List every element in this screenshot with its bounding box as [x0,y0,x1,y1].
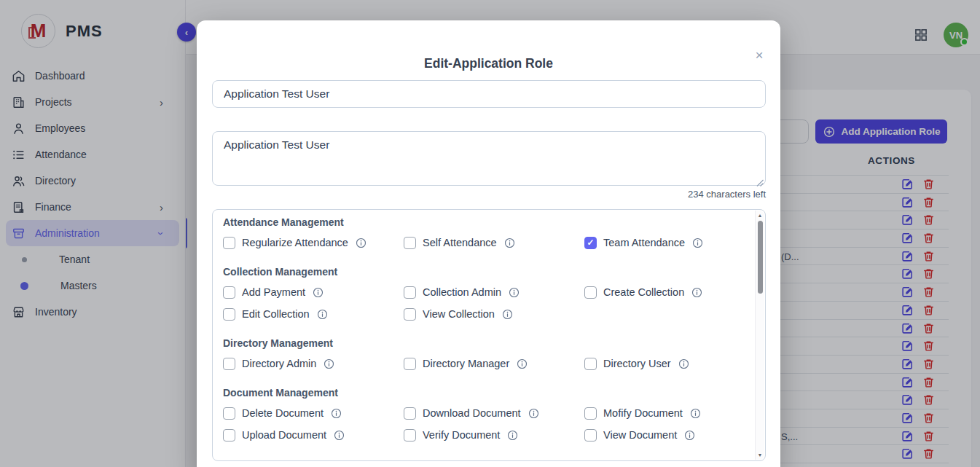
permission-section-heading: Collection Management [223,266,740,278]
permission-label: View Document [603,429,677,441]
info-icon[interactable] [331,408,342,419]
role-input[interactable] [212,80,766,108]
permission-item[interactable]: Directory Manager [404,356,584,371]
info-icon[interactable] [317,309,328,320]
permission-label: Delete Document [242,407,324,419]
info-icon[interactable] [509,287,520,298]
info-icon[interactable] [507,430,518,441]
permission-item[interactable]: View Document [584,428,740,442]
checkbox-unchecked[interactable] [404,286,416,299]
permission-item[interactable]: Create Collection [584,285,740,299]
scrollbar-thumb[interactable] [758,221,763,294]
permission-item[interactable]: Edit Collection [223,307,404,321]
info-icon[interactable] [690,408,701,419]
checkbox-unchecked[interactable] [223,407,235,420]
checkbox-unchecked[interactable] [223,286,235,299]
permission-item[interactable]: Self Attendance [404,235,584,250]
permission-label: Regularize Attendance [242,237,348,248]
edit-application-role-modal: Edit-Application Role × Role* Descriptio… [197,20,780,467]
permission-label: Edit Collection [242,308,310,320]
permission-item[interactable]: Regularize Attendance [223,235,404,250]
permission-label: Directory Manager [423,358,509,369]
permission-label: Add Payment [242,286,305,298]
scroll-up-icon[interactable]: ▲ [756,213,764,218]
checkbox-unchecked[interactable] [584,358,597,370]
permission-label: View Collection [423,308,495,320]
permission-section: Directory ManagementDirectory AdminDirec… [223,337,740,371]
checkbox-unchecked[interactable] [404,407,416,420]
checkbox-unchecked[interactable] [223,308,235,321]
permission-item[interactable]: Collection Admin [404,285,584,299]
permission-label: Self Attendance [423,237,497,248]
permission-section-heading: Document Management [223,387,740,399]
info-icon[interactable] [517,358,528,369]
info-icon[interactable] [692,238,703,248]
permission-item[interactable]: Directory User [584,356,740,371]
permission-grid: Directory AdminDirectory ManagerDirector… [223,356,740,371]
permission-section-heading: Directory Management [223,337,740,349]
checkbox-unchecked[interactable] [584,286,597,299]
checkbox-unchecked[interactable] [584,429,597,442]
permission-sections: Attendance ManagementRegularize Attendan… [223,216,740,442]
permission-section: Collection ManagementAdd PaymentCollecti… [223,266,740,321]
permission-section-heading: Attendance Management [223,216,740,228]
permission-item[interactable]: Add Payment [223,285,404,299]
permission-label: Directory Admin [242,358,316,369]
permission-label: Upload Document [242,429,326,441]
checkbox-unchecked[interactable] [404,308,416,321]
app-root: VN M PMS Dashboard Projects › Employees [0,0,980,467]
checkbox-unchecked[interactable] [404,237,416,249]
permission-item[interactable]: Upload Document [223,428,404,442]
permission-grid: Delete DocumentDownload DocumentMofify D… [223,406,740,442]
permission-label: Verify Document [423,429,500,441]
permission-label: Directory User [603,358,671,369]
permission-item[interactable]: Download Document [404,406,584,420]
checkbox-unchecked[interactable] [404,358,416,370]
info-icon[interactable] [504,238,515,248]
permission-grid: Add PaymentCollection AdminCreate Collec… [223,285,740,321]
checkbox-unchecked[interactable] [223,429,235,442]
info-icon[interactable] [528,408,539,419]
info-icon[interactable] [356,238,366,248]
permission-label: Mofify Document [603,407,683,419]
permissions-panel: Attendance ManagementRegularize Attendan… [212,209,766,461]
info-icon[interactable] [324,358,334,369]
scroll-down-icon[interactable]: ▼ [756,452,764,458]
checkbox-checked[interactable]: ✓ [584,237,597,249]
permission-label: Download Document [423,407,521,419]
checkbox-unchecked[interactable] [404,429,416,442]
check-icon: ✓ [587,238,594,247]
permission-item[interactable]: View Collection [404,307,584,321]
permission-section: Attendance ManagementRegularize Attendan… [223,216,740,250]
close-icon: × [755,47,763,63]
info-icon[interactable] [502,309,513,320]
permission-label: Create Collection [603,286,684,298]
permission-item[interactable]: Mofify Document [584,406,740,420]
checkbox-unchecked[interactable] [223,358,235,370]
info-icon[interactable] [678,358,689,369]
permission-item[interactable]: ✓Team Attendance [584,235,740,250]
info-icon[interactable] [334,430,345,441]
panel-scrollbar[interactable]: ▲ ▼ [755,211,764,460]
characters-left-counter: 234 characters left [688,189,766,200]
info-icon[interactable] [313,287,324,298]
description-textarea[interactable]: Application Test User [212,131,766,186]
checkbox-unchecked[interactable] [584,407,597,420]
permission-section: Document ManagementDelete DocumentDownlo… [223,387,740,442]
permission-label: Collection Admin [423,286,501,298]
checkbox-unchecked[interactable] [223,237,235,249]
permission-label: Team Attendance [603,237,685,248]
modal-title: Edit-Application Role [197,56,780,71]
permission-item[interactable]: Verify Document [404,428,584,442]
permission-item[interactable]: Delete Document [223,406,404,420]
permission-item[interactable]: Directory Admin [223,356,404,371]
info-icon[interactable] [684,430,695,441]
info-icon[interactable] [691,287,702,298]
close-button[interactable]: × [748,45,770,66]
permission-grid: Regularize AttendanceSelf Attendance✓Tea… [223,235,740,250]
